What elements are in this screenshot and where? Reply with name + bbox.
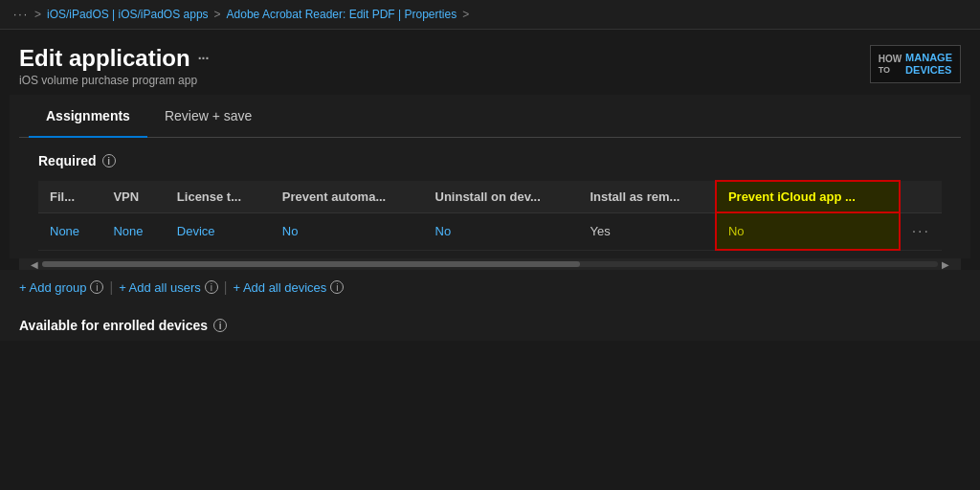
horizontal-scrollbar[interactable]: ◀ ▶ bbox=[19, 258, 961, 270]
logo-how: HOWTO bbox=[879, 54, 902, 75]
header-left: Edit application ··· iOS volume purchase… bbox=[19, 45, 209, 87]
header-area: Edit application ··· iOS volume purchase… bbox=[0, 30, 980, 95]
col-license: License t... bbox=[166, 181, 271, 212]
breadcrumb-bar: ··· > iOS/iPadOS | iOS/iPadOS apps > Ado… bbox=[0, 0, 980, 30]
cell-install-rem: Yes bbox=[578, 212, 715, 250]
page-subtitle: iOS volume purchase program app bbox=[19, 74, 209, 87]
page-title: Edit application ··· bbox=[19, 45, 209, 72]
logo-manage: MANAGE bbox=[905, 52, 952, 64]
tab-review-save[interactable]: Review + save bbox=[147, 95, 269, 137]
col-uninstall: Uninstall on dev... bbox=[424, 181, 579, 212]
add-all-devices-info-icon[interactable]: i bbox=[330, 280, 344, 294]
add-group-info-icon[interactable]: i bbox=[90, 280, 103, 294]
add-all-users-info-icon[interactable]: i bbox=[205, 280, 218, 294]
available-section: Available for enrolled devices i bbox=[0, 304, 980, 341]
assignments-table: Fil... VPN License t... Prevent automa..… bbox=[38, 180, 942, 251]
tab-assignments[interactable]: Assignments bbox=[29, 95, 147, 137]
col-vpn: VPN bbox=[101, 181, 165, 212]
logo: HOWTO MANAGE DEVICES bbox=[870, 45, 961, 83]
scrollbar-track[interactable] bbox=[42, 261, 938, 267]
scrollbar-thumb[interactable] bbox=[42, 261, 580, 267]
scroll-right-arrow[interactable]: ▶ bbox=[938, 259, 953, 270]
cell-fil: None bbox=[38, 212, 101, 250]
logo-manage-devices: MANAGE DEVICES bbox=[905, 52, 952, 77]
page-title-text: Edit application bbox=[19, 45, 190, 72]
col-fil: Fil... bbox=[38, 181, 101, 212]
logo-devices: DEVICES bbox=[905, 64, 952, 77]
col-prevent-automa: Prevent automa... bbox=[271, 181, 424, 212]
col-install-rem: Install as rem... bbox=[578, 181, 715, 212]
add-all-devices-link[interactable]: + Add all devices bbox=[233, 280, 326, 295]
chevron-1: > bbox=[34, 8, 41, 21]
cell-action[interactable]: ··· bbox=[900, 212, 942, 250]
table-wrapper: Fil... VPN License t... Prevent automa..… bbox=[38, 180, 942, 251]
col-prevent-icloud: Prevent iCloud app ... bbox=[716, 181, 900, 212]
cell-license: Device bbox=[166, 212, 271, 250]
required-section: Required i Fil... VPN License t... Preve… bbox=[19, 138, 961, 258]
add-all-users-link[interactable]: + Add all users bbox=[119, 280, 201, 295]
add-group-link[interactable]: + Add group bbox=[19, 280, 86, 295]
cell-vpn: None bbox=[101, 212, 165, 250]
available-info-icon[interactable]: i bbox=[213, 319, 227, 332]
breadcrumb-level2[interactable]: Adobe Acrobat Reader: Edit PDF | Propert… bbox=[227, 8, 457, 21]
header-more-icon[interactable]: ··· bbox=[198, 51, 210, 66]
table-row: None None Device No No Yes No ··· bbox=[38, 212, 942, 250]
breadcrumb-dots[interactable]: ··· bbox=[13, 8, 29, 21]
col-actions bbox=[900, 181, 942, 212]
scroll-left-arrow[interactable]: ◀ bbox=[27, 259, 42, 270]
cell-prevent-icloud: No bbox=[716, 212, 900, 250]
chevron-2: > bbox=[214, 8, 221, 21]
breadcrumb-level1[interactable]: iOS/iPadOS | iOS/iPadOS apps bbox=[47, 8, 209, 21]
required-info-icon[interactable]: i bbox=[102, 154, 116, 167]
chevron-3: > bbox=[462, 8, 469, 21]
main-content: Assignments Review + save Required i Fil… bbox=[10, 95, 970, 258]
table-header-row: Fil... VPN License t... Prevent automa..… bbox=[38, 181, 942, 212]
cell-uninstall: No bbox=[424, 212, 579, 250]
required-section-title: Required i bbox=[38, 153, 942, 168]
cell-prevent-automa: No bbox=[271, 212, 424, 250]
tabs: Assignments Review + save bbox=[19, 95, 961, 138]
add-links-area: + Add group i | + Add all users i | + Ad… bbox=[0, 270, 980, 304]
available-section-title: Available for enrolled devices i bbox=[19, 318, 961, 333]
